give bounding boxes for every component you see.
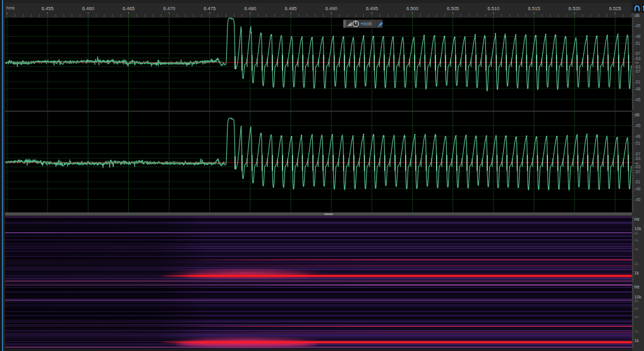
svg-text:Hz: Hz <box>635 285 640 289</box>
svg-text:1k: 1k <box>635 338 640 343</box>
svg-text:4k: 4k <box>635 247 639 251</box>
svg-text:2k: 2k <box>635 262 639 266</box>
svg-text:-45: -45 <box>635 123 641 128</box>
svg-text:-48: -48 <box>635 34 641 39</box>
svg-text:6k: 6k <box>635 307 639 311</box>
svg-text:dB: dB <box>635 113 640 117</box>
svg-text:1k: 1k <box>635 271 640 275</box>
svg-text:6.495: 6.495 <box>366 6 378 11</box>
svg-text:-51: -51 <box>635 180 641 184</box>
svg-text:-45: -45 <box>635 23 641 28</box>
svg-text:-∞: -∞ <box>635 60 639 65</box>
svg-text:-51: -51 <box>635 41 641 46</box>
svg-text:-48: -48 <box>635 87 641 91</box>
svg-text:8k: 8k <box>635 299 639 303</box>
svg-text:6.480: 6.480 <box>244 6 256 11</box>
svg-text:-51: -51 <box>635 141 641 145</box>
svg-text:Hz: Hz <box>635 217 640 221</box>
svg-text:10k: 10k <box>635 226 641 231</box>
svg-text:-∞: -∞ <box>635 161 639 165</box>
svg-text:dB: dB <box>366 21 372 27</box>
svg-text:6.460: 6.460 <box>82 6 94 11</box>
svg-text:-63: -63 <box>635 164 641 169</box>
svg-text:8k: 8k <box>635 231 639 235</box>
svg-text:6.485: 6.485 <box>285 6 297 11</box>
svg-text:6.470: 6.470 <box>163 6 175 11</box>
svg-text:-51: -51 <box>635 80 641 84</box>
svg-text:-57: -57 <box>635 169 641 174</box>
svg-text:-63: -63 <box>635 65 641 69</box>
svg-text:-48: -48 <box>635 187 641 191</box>
svg-text:6.515: 6.515 <box>528 6 540 11</box>
svg-text:2k: 2k <box>635 329 639 333</box>
svg-text:6.510: 6.510 <box>487 6 499 11</box>
svg-text:-57: -57 <box>635 69 641 73</box>
svg-text:6.500: 6.500 <box>406 6 418 11</box>
svg-text:-57: -57 <box>635 152 641 156</box>
svg-text:dB: dB <box>635 13 640 18</box>
svg-text:4k: 4k <box>635 315 639 319</box>
svg-text:6.475: 6.475 <box>204 6 216 11</box>
svg-text:6.490: 6.490 <box>325 6 337 11</box>
svg-text:10k: 10k <box>635 295 641 299</box>
svg-text:6.455: 6.455 <box>42 6 54 11</box>
svg-text:hms: hms <box>6 6 15 10</box>
svg-text:-45: -45 <box>635 197 641 202</box>
svg-text:6.525: 6.525 <box>609 6 621 11</box>
svg-text:6.520: 6.520 <box>569 6 581 11</box>
svg-text:6.505: 6.505 <box>447 6 459 11</box>
svg-text:-57: -57 <box>635 51 641 56</box>
svg-text:6.465: 6.465 <box>123 6 135 11</box>
svg-text:6k: 6k <box>635 238 639 242</box>
svg-text:-48: -48 <box>635 134 641 139</box>
svg-text:-45: -45 <box>635 97 641 102</box>
